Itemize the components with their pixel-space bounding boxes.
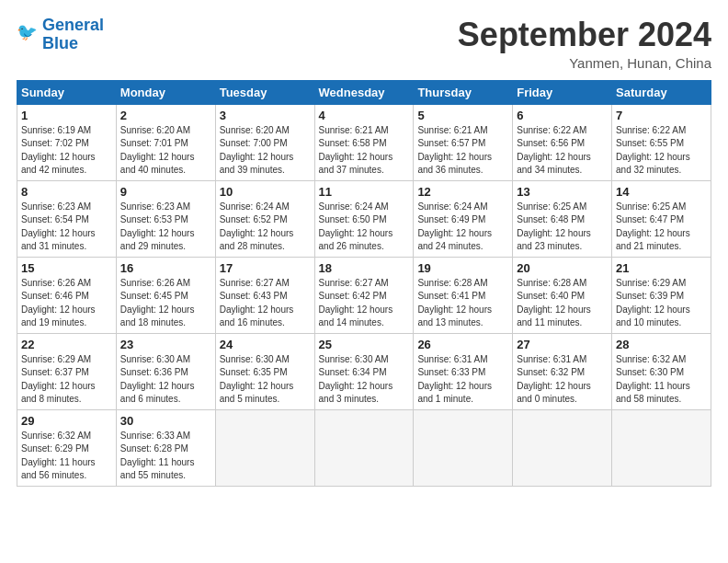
table-row: 9Sunrise: 6:23 AM Sunset: 6:53 PM Daylig… bbox=[116, 180, 215, 257]
table-row: 24Sunrise: 6:30 AM Sunset: 6:35 PM Dayli… bbox=[215, 333, 314, 409]
col-tuesday: Tuesday bbox=[215, 80, 314, 104]
table-row: 15Sunrise: 6:26 AM Sunset: 6:46 PM Dayli… bbox=[17, 257, 117, 333]
day-info: Sunrise: 6:30 AM Sunset: 6:36 PM Dayligh… bbox=[120, 353, 211, 407]
day-number: 12 bbox=[417, 185, 508, 199]
day-info: Sunrise: 6:23 AM Sunset: 6:53 PM Dayligh… bbox=[120, 201, 211, 254]
location: Yanmen, Hunan, China bbox=[458, 55, 711, 71]
day-info: Sunrise: 6:26 AM Sunset: 6:45 PM Dayligh… bbox=[120, 277, 211, 330]
day-info: Sunrise: 6:22 AM Sunset: 6:56 PM Dayligh… bbox=[517, 124, 608, 178]
table-row: 19Sunrise: 6:28 AM Sunset: 6:41 PM Dayli… bbox=[414, 257, 513, 333]
month-title: September 2024 bbox=[458, 17, 711, 53]
logo: 🐦 GeneralBlue bbox=[17, 17, 104, 53]
day-number: 28 bbox=[616, 338, 707, 351]
day-number: 15 bbox=[21, 261, 112, 275]
day-number: 11 bbox=[319, 185, 410, 199]
table-row: 2Sunrise: 6:20 AM Sunset: 7:01 PM Daylig… bbox=[116, 104, 215, 180]
day-number: 23 bbox=[120, 338, 211, 351]
day-number: 22 bbox=[21, 338, 112, 351]
table-row: 11Sunrise: 6:24 AM Sunset: 6:50 PM Dayli… bbox=[314, 180, 414, 257]
col-saturday: Saturday bbox=[612, 80, 711, 104]
day-number: 8 bbox=[21, 185, 112, 199]
table-row: 8Sunrise: 6:23 AM Sunset: 6:54 PM Daylig… bbox=[17, 180, 117, 257]
table-row: 6Sunrise: 6:22 AM Sunset: 6:56 PM Daylig… bbox=[513, 104, 612, 180]
day-number: 27 bbox=[517, 338, 608, 351]
table-row bbox=[414, 409, 513, 486]
col-monday: Monday bbox=[116, 80, 215, 104]
table-row: 25Sunrise: 6:30 AM Sunset: 6:34 PM Dayli… bbox=[314, 333, 414, 409]
col-friday: Friday bbox=[513, 80, 612, 104]
day-info: Sunrise: 6:19 AM Sunset: 7:02 PM Dayligh… bbox=[21, 124, 112, 178]
day-info: Sunrise: 6:24 AM Sunset: 6:50 PM Dayligh… bbox=[319, 201, 410, 254]
day-info: Sunrise: 6:31 AM Sunset: 6:32 PM Dayligh… bbox=[517, 353, 608, 407]
table-row bbox=[612, 409, 711, 486]
day-info: Sunrise: 6:29 AM Sunset: 6:39 PM Dayligh… bbox=[616, 277, 707, 330]
table-row: 28Sunrise: 6:32 AM Sunset: 6:30 PM Dayli… bbox=[612, 333, 711, 409]
table-row: 23Sunrise: 6:30 AM Sunset: 6:36 PM Dayli… bbox=[116, 333, 215, 409]
day-number: 7 bbox=[616, 109, 707, 122]
day-info: Sunrise: 6:24 AM Sunset: 6:52 PM Dayligh… bbox=[220, 201, 311, 254]
day-info: Sunrise: 6:27 AM Sunset: 6:42 PM Dayligh… bbox=[319, 277, 410, 330]
day-number: 19 bbox=[417, 261, 508, 275]
title-block: September 2024 Yanmen, Hunan, China bbox=[458, 17, 711, 71]
col-thursday: Thursday bbox=[414, 80, 513, 104]
day-info: Sunrise: 6:25 AM Sunset: 6:47 PM Dayligh… bbox=[616, 201, 707, 254]
table-row bbox=[215, 409, 314, 486]
day-number: 13 bbox=[517, 185, 608, 199]
day-info: Sunrise: 6:24 AM Sunset: 6:49 PM Dayligh… bbox=[417, 201, 508, 254]
table-row bbox=[314, 409, 414, 486]
day-info: Sunrise: 6:29 AM Sunset: 6:37 PM Dayligh… bbox=[21, 353, 112, 407]
day-info: Sunrise: 6:25 AM Sunset: 6:48 PM Dayligh… bbox=[517, 201, 608, 254]
table-row: 14Sunrise: 6:25 AM Sunset: 6:47 PM Dayli… bbox=[612, 180, 711, 257]
day-info: Sunrise: 6:32 AM Sunset: 6:29 PM Dayligh… bbox=[21, 430, 112, 483]
table-row: 27Sunrise: 6:31 AM Sunset: 6:32 PM Dayli… bbox=[513, 333, 612, 409]
day-number: 6 bbox=[517, 109, 608, 122]
day-info: Sunrise: 6:31 AM Sunset: 6:33 PM Dayligh… bbox=[417, 353, 508, 407]
logo-icon: 🐦 bbox=[17, 19, 42, 45]
day-number: 26 bbox=[417, 338, 508, 351]
day-info: Sunrise: 6:28 AM Sunset: 6:41 PM Dayligh… bbox=[417, 277, 508, 330]
table-row: 4Sunrise: 6:21 AM Sunset: 6:58 PM Daylig… bbox=[314, 104, 414, 180]
table-row: 5Sunrise: 6:21 AM Sunset: 6:57 PM Daylig… bbox=[414, 104, 513, 180]
day-number: 1 bbox=[21, 109, 112, 122]
day-info: Sunrise: 6:27 AM Sunset: 6:43 PM Dayligh… bbox=[220, 277, 311, 330]
day-number: 25 bbox=[319, 338, 410, 351]
table-row: 30Sunrise: 6:33 AM Sunset: 6:28 PM Dayli… bbox=[116, 409, 215, 486]
day-info: Sunrise: 6:21 AM Sunset: 6:58 PM Dayligh… bbox=[319, 124, 410, 178]
day-info: Sunrise: 6:30 AM Sunset: 6:34 PM Dayligh… bbox=[319, 353, 410, 407]
day-info: Sunrise: 6:26 AM Sunset: 6:46 PM Dayligh… bbox=[21, 277, 112, 330]
table-row: 3Sunrise: 6:20 AM Sunset: 7:00 PM Daylig… bbox=[215, 104, 314, 180]
svg-text:🐦: 🐦 bbox=[17, 21, 38, 41]
table-row: 22Sunrise: 6:29 AM Sunset: 6:37 PM Dayli… bbox=[17, 333, 117, 409]
day-number: 18 bbox=[319, 261, 410, 275]
table-row: 18Sunrise: 6:27 AM Sunset: 6:42 PM Dayli… bbox=[314, 257, 414, 333]
page-header: 🐦 GeneralBlue September 2024 Yanmen, Hun… bbox=[17, 17, 711, 71]
table-row: 20Sunrise: 6:28 AM Sunset: 6:40 PM Dayli… bbox=[513, 257, 612, 333]
table-row: 16Sunrise: 6:26 AM Sunset: 6:45 PM Dayli… bbox=[116, 257, 215, 333]
table-row: 17Sunrise: 6:27 AM Sunset: 6:43 PM Dayli… bbox=[215, 257, 314, 333]
day-number: 5 bbox=[417, 109, 508, 122]
day-number: 21 bbox=[616, 261, 707, 275]
day-number: 20 bbox=[517, 261, 608, 275]
day-number: 2 bbox=[120, 109, 211, 122]
table-row: 10Sunrise: 6:24 AM Sunset: 6:52 PM Dayli… bbox=[215, 180, 314, 257]
day-info: Sunrise: 6:20 AM Sunset: 7:01 PM Dayligh… bbox=[120, 124, 211, 178]
day-info: Sunrise: 6:32 AM Sunset: 6:30 PM Dayligh… bbox=[616, 353, 707, 407]
day-number: 29 bbox=[21, 414, 112, 428]
day-info: Sunrise: 6:23 AM Sunset: 6:54 PM Dayligh… bbox=[21, 201, 112, 254]
day-info: Sunrise: 6:30 AM Sunset: 6:35 PM Dayligh… bbox=[220, 353, 311, 407]
day-number: 16 bbox=[120, 261, 211, 275]
table-row: 26Sunrise: 6:31 AM Sunset: 6:33 PM Dayli… bbox=[414, 333, 513, 409]
day-info: Sunrise: 6:28 AM Sunset: 6:40 PM Dayligh… bbox=[517, 277, 608, 330]
day-number: 9 bbox=[120, 185, 211, 199]
day-info: Sunrise: 6:21 AM Sunset: 6:57 PM Dayligh… bbox=[417, 124, 508, 178]
day-number: 30 bbox=[120, 414, 211, 428]
logo-text: GeneralBlue bbox=[42, 17, 104, 53]
table-row: 12Sunrise: 6:24 AM Sunset: 6:49 PM Dayli… bbox=[414, 180, 513, 257]
table-row: 21Sunrise: 6:29 AM Sunset: 6:39 PM Dayli… bbox=[612, 257, 711, 333]
calendar-table: Sunday Monday Tuesday Wednesday Thursday… bbox=[17, 80, 711, 487]
day-number: 14 bbox=[616, 185, 707, 199]
day-number: 4 bbox=[319, 109, 410, 122]
day-number: 3 bbox=[220, 109, 311, 122]
day-info: Sunrise: 6:33 AM Sunset: 6:28 PM Dayligh… bbox=[120, 430, 211, 483]
table-row bbox=[513, 409, 612, 486]
